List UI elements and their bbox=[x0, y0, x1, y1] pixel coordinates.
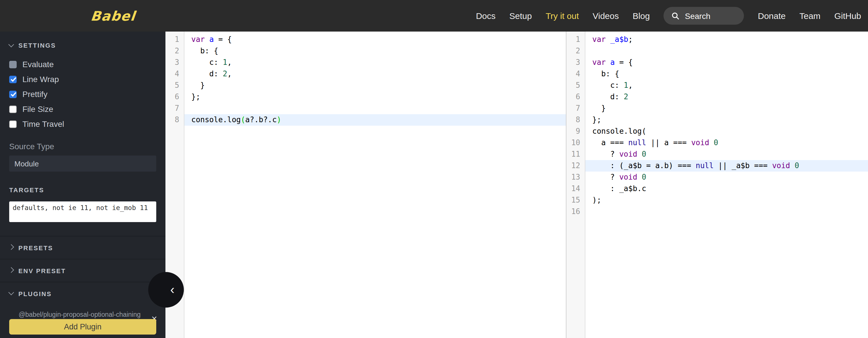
output-editor-gutter: 12345678910111213141516 bbox=[566, 32, 585, 338]
source-editor[interactable]: 12345678 var a = { b: { c: 1, d: 2, }}; … bbox=[165, 32, 566, 338]
checkbox-box-icon[interactable] bbox=[9, 105, 17, 113]
line-number: 4 bbox=[566, 68, 580, 80]
nav-link-donate[interactable]: Donate bbox=[758, 11, 786, 21]
checkbox-file-size[interactable]: File Size bbox=[0, 102, 165, 116]
plugin-name-text: @babel/plugin-proposal-optional-chaining bbox=[19, 311, 141, 318]
search-box[interactable]: Search bbox=[664, 7, 744, 25]
line-number: 7 bbox=[165, 103, 179, 114]
code-token: b: { bbox=[592, 69, 619, 78]
code-token: null bbox=[628, 138, 646, 147]
sidebar-collapse-handle[interactable]: ‹ bbox=[148, 272, 184, 308]
code-line[interactable]: }; bbox=[184, 91, 566, 103]
code-token: void bbox=[691, 138, 709, 147]
code-token: ) bbox=[277, 115, 281, 124]
nav-link-videos[interactable]: Videos bbox=[593, 11, 619, 21]
output-editor[interactable]: 12345678910111213141516 var _a$b; var a … bbox=[566, 32, 868, 338]
code-line[interactable]: c: 1, bbox=[585, 80, 868, 91]
line-number: 1 bbox=[165, 34, 179, 45]
plugins-section-header[interactable]: PLUGINS bbox=[0, 282, 165, 305]
settings-checkbox-list: Evaluate Line Wrap Prettify File Size Ti… bbox=[0, 57, 165, 131]
checkbox-line-wrap[interactable]: Line Wrap bbox=[0, 72, 165, 87]
code-line[interactable]: : (_a$b = a.b) === null || _a$b === void… bbox=[585, 160, 868, 172]
code-line[interactable]: c: 1, bbox=[184, 57, 566, 68]
line-number: 11 bbox=[566, 148, 580, 160]
code-line[interactable]: } bbox=[184, 80, 566, 91]
line-number: 2 bbox=[165, 45, 179, 57]
nav-link-setup[interactable]: Setup bbox=[509, 11, 532, 21]
line-number: 15 bbox=[566, 195, 580, 206]
add-plugin-button[interactable]: Add Plugin bbox=[9, 319, 156, 335]
code-token: d: bbox=[592, 92, 624, 101]
checkbox-evaluate[interactable]: Evaluate bbox=[0, 57, 165, 72]
env-preset-section-header[interactable]: ENV PRESET bbox=[0, 259, 165, 282]
line-number: 16 bbox=[566, 206, 580, 217]
code-line[interactable]: var _a$b; bbox=[585, 34, 868, 45]
line-number: 3 bbox=[165, 57, 179, 68]
code-line[interactable] bbox=[585, 206, 868, 217]
code-line[interactable]: b: { bbox=[184, 45, 566, 57]
code-token bbox=[606, 58, 610, 67]
line-number: 8 bbox=[566, 114, 580, 126]
code-line[interactable]: } bbox=[585, 103, 868, 114]
source-editor-code[interactable]: var a = { b: { c: 1, d: 2, }}; console.l… bbox=[184, 32, 566, 338]
source-type-label: Source Type bbox=[0, 131, 165, 155]
code-line[interactable]: b: { bbox=[585, 68, 868, 80]
chevron-left-icon: ‹ bbox=[158, 283, 175, 296]
presets-label: PRESETS bbox=[19, 244, 53, 251]
code-line[interactable] bbox=[184, 103, 566, 114]
chevron-down-icon bbox=[8, 41, 14, 47]
code-line[interactable]: ? void 0 bbox=[585, 172, 868, 183]
checkbox-prettify[interactable]: Prettify bbox=[0, 87, 165, 102]
babel-logo[interactable]: Babel bbox=[90, 8, 136, 23]
source-type-select[interactable]: Module bbox=[9, 156, 156, 172]
code-line[interactable]: d: 2 bbox=[585, 91, 868, 103]
line-number: 12 bbox=[566, 160, 580, 172]
targets-input[interactable]: defaults, not ie 11, not ie_mob 11 bbox=[9, 201, 156, 222]
code-token: void bbox=[772, 161, 790, 170]
nav-link-team[interactable]: Team bbox=[799, 11, 820, 21]
code-line[interactable]: ); bbox=[585, 195, 868, 206]
code-token: ; bbox=[628, 35, 633, 44]
code-line[interactable]: a === null || a === void 0 bbox=[585, 137, 868, 148]
plugins-label: PLUGINS bbox=[19, 290, 52, 297]
code-token: var bbox=[592, 35, 606, 44]
presets-section-header[interactable]: PRESETS bbox=[0, 236, 165, 259]
checkbox-box-icon[interactable] bbox=[9, 120, 17, 128]
search-icon bbox=[672, 12, 680, 20]
env-preset-label: ENV PRESET bbox=[19, 267, 66, 274]
nav-link-docs[interactable]: Docs bbox=[476, 11, 495, 21]
code-token: a bbox=[209, 35, 214, 44]
code-token bbox=[606, 35, 610, 44]
checkbox-time-travel[interactable]: Time Travel bbox=[0, 116, 165, 131]
code-line[interactable]: : _a$b.c bbox=[585, 183, 868, 195]
code-line[interactable]: console.log(a?.b?.c) bbox=[184, 114, 566, 126]
line-number: 4 bbox=[165, 68, 179, 80]
checkbox-label: File Size bbox=[22, 104, 53, 114]
checkbox-label: Line Wrap bbox=[22, 75, 59, 84]
code-token: console.log bbox=[191, 115, 241, 124]
code-line[interactable]: ? void 0 bbox=[585, 148, 868, 160]
line-number: 1 bbox=[566, 34, 580, 45]
nav-link-try-it-out[interactable]: Try it out bbox=[546, 11, 579, 21]
code-line[interactable] bbox=[585, 45, 868, 57]
code-token: d: bbox=[191, 69, 223, 78]
line-number: 10 bbox=[566, 137, 580, 148]
settings-section-header[interactable]: SETTINGS bbox=[0, 32, 165, 52]
code-token: 0 bbox=[642, 173, 646, 181]
code-token: } bbox=[592, 104, 606, 112]
code-token: var bbox=[191, 35, 205, 44]
checkbox-box-icon[interactable] bbox=[9, 75, 17, 83]
code-token: = { bbox=[214, 35, 232, 44]
code-token: 0 bbox=[795, 161, 799, 170]
code-line[interactable]: var a = { bbox=[184, 34, 566, 45]
nav-link-github[interactable]: GitHub bbox=[834, 11, 861, 21]
code-line[interactable]: }; bbox=[585, 114, 868, 126]
line-number: 6 bbox=[566, 91, 580, 103]
checkbox-box-icon[interactable] bbox=[9, 90, 17, 98]
code-line[interactable]: var a = { bbox=[585, 57, 868, 68]
nav-link-blog[interactable]: Blog bbox=[632, 11, 650, 21]
code-line[interactable]: d: 2, bbox=[184, 68, 566, 80]
code-token: void bbox=[619, 150, 638, 158]
checkbox-box-icon[interactable] bbox=[9, 61, 17, 68]
code-line[interactable]: console.log( bbox=[585, 126, 868, 137]
